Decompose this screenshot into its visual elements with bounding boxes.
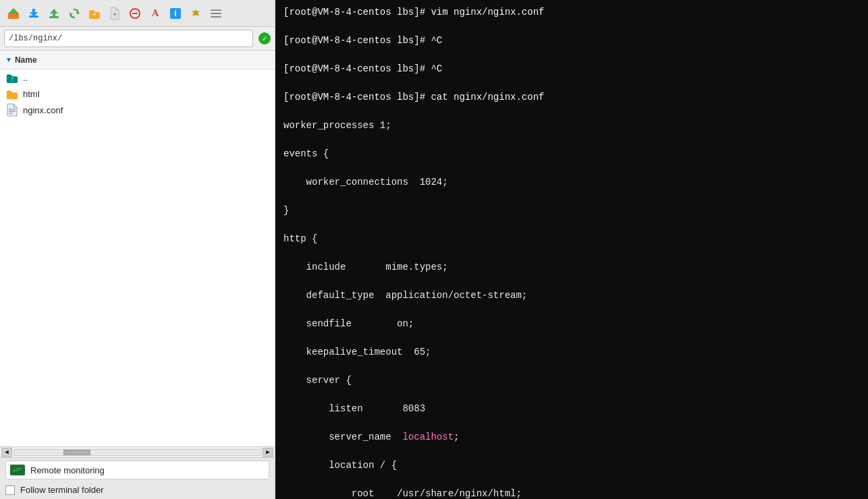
remote-monitoring-label: Remote monitoring [30,465,105,475]
term-line-17: location / { [283,459,860,473]
conf-file-icon [5,104,19,116]
name-column-header: Name [15,55,37,65]
tree-collapse-arrow[interactable]: ▼ [5,56,12,63]
term-line-6: events { [283,147,860,161]
svg-text:+: + [93,11,97,18]
follow-terminal-row: Follow terminal folder [5,483,269,496]
term-line-16: server_name localhost; [283,430,860,444]
follow-terminal-label: Follow terminal folder [20,485,104,495]
terminal-panel: [root@VM-8-4-centos lbs]# vim nginx/ngin… [275,0,868,499]
btn-new-folder[interactable]: + [85,4,104,23]
term-line-12: sendfile on; [283,317,860,331]
btn-refresh[interactable] [65,4,84,23]
svg-marker-1 [8,8,19,13]
file-tree-header: ▼ Name [0,51,275,69]
term-line-18: root /usr/share/nginx/html; [283,487,860,499]
folder-icon [5,88,19,100]
svg-rect-16 [211,9,221,11]
file-tree: ↑ .. html [0,69,275,446]
btn-new-file[interactable]: + [105,4,124,23]
scroll-thumb[interactable] [63,450,90,455]
btn-download[interactable] [24,4,43,23]
svg-rect-18 [211,16,221,18]
term-line-9: http { [283,232,860,246]
svg-text:i: i [174,9,176,18]
tree-item-nginx-conf[interactable]: nginx.conf [0,102,275,118]
follow-terminal-checkbox[interactable] [5,486,15,495]
tree-item-parent[interactable]: ↑ .. [0,69,275,86]
term-line-5: worker_processes 1; [283,119,860,133]
btn-upload[interactable] [45,4,63,23]
term-line-8: } [283,204,860,218]
svg-rect-4 [32,9,35,13]
scroll-track[interactable] [13,449,261,456]
term-line-4: [root@VM-8-4-centos lbs]# cat nginx/ngin… [283,90,860,105]
html-folder-label: html [23,89,40,99]
term-line-2: [root@VM-8-4-centos lbs]# ^C [283,34,860,48]
term-line-13: keepalive_timeout 65; [283,345,860,359]
path-bar[interactable]: /lbs/nginx/ [4,30,253,47]
nginx-conf-label: nginx.conf [23,105,63,115]
monitor-icon [10,465,25,475]
path-ok-icon: ✓ [259,32,271,45]
term-line-10: include mime.types; [283,260,860,274]
term-line-11: default_type application/octet-stream; [283,289,860,303]
bottom-bar: Remote monitoring Follow terminal folder [0,457,275,499]
horizontal-scrollbar[interactable]: ◀ ▶ [0,446,275,457]
parent-dir-icon: ↑ [5,71,19,84]
svg-text:+: + [113,12,116,17]
remote-monitoring-btn[interactable]: Remote monitoring [5,461,269,479]
left-panel: + + A i /lbs/nginx/ ✓ ▼ Name [0,0,275,499]
svg-rect-17 [211,13,221,14]
path-text: /lbs/nginx/ [9,34,62,43]
btn-up[interactable] [4,4,23,23]
term-line-14: server { [283,374,860,388]
term-line-1: [root@VM-8-4-centos lbs]# vim nginx/ngin… [283,5,860,20]
parent-dir-label: .. [23,73,28,83]
svg-marker-6 [50,9,58,13]
btn-menu[interactable] [207,4,225,23]
term-line-15: listen 8083 [283,402,860,416]
btn-rename[interactable]: A [146,4,165,23]
btn-info[interactable]: i [166,4,185,23]
terminal-output[interactable]: [root@VM-8-4-centos lbs]# vim nginx/ngin… [275,0,868,499]
tree-item-html-folder[interactable]: html [0,86,275,102]
svg-rect-7 [53,13,55,17]
btn-properties[interactable] [186,4,205,23]
svg-rect-0 [8,13,19,19]
btn-delete[interactable] [126,4,144,23]
term-line-7: worker_connections 1024; [283,175,860,189]
term-line-3: [root@VM-8-4-centos lbs]# ^C [283,62,860,76]
scroll-left-btn[interactable]: ◀ [1,448,12,457]
scroll-right-btn[interactable]: ▶ [263,448,273,457]
toolbar: + + A i [0,0,275,27]
svg-text:↑: ↑ [11,76,14,82]
